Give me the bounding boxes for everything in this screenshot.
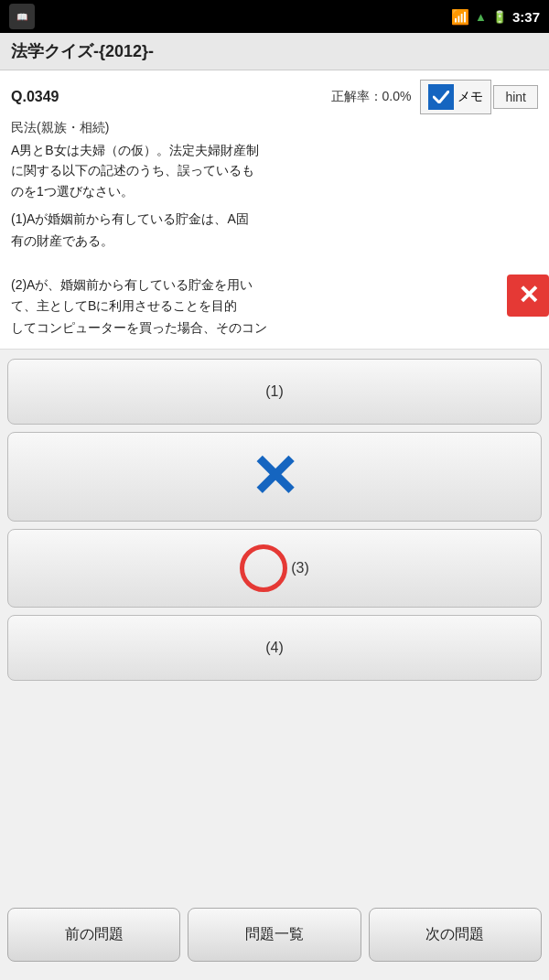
question-header: Q.0349 正解率：0.0% メモ hint [11,80,538,114]
answer-4-label: (4) [265,640,284,656]
battery-icon: 🔋 [492,10,507,24]
answer-btn-1[interactable]: (1) [7,359,542,425]
accuracy-rate: 正解率：0.0% [331,89,412,105]
close-icon: ✕ [518,283,539,308]
question-category: 民法(親族・相続) [11,120,538,136]
question-area: Q.0349 正解率：0.0% メモ hint 民法(親族・相続) A男とB女は… [0,70,549,350]
title-bar: 法学クイズ-{2012}- [0,33,549,70]
memo-label: メモ [458,89,483,105]
answer-btn-4[interactable]: (4) [7,615,542,681]
next-button[interactable]: 次の問題 [369,908,542,962]
question-choices: (1)Aが婚姻前から有している貯金は、A固 有の財産である。 (2)Aが、婚姻前… [11,209,538,339]
list-label: 問題一覧 [245,926,304,942]
answer-1-label: (1) [265,383,284,400]
close-button[interactable]: ✕ [507,275,549,317]
memo-button[interactable]: メモ [420,80,491,114]
answer-btn-2[interactable]: ✕ [7,432,542,522]
app-title: 法学クイズ-{2012}- [11,42,154,60]
list-button[interactable]: 問題一覧 [188,908,361,962]
answer-3-label: (3) [291,560,309,576]
wifi-icon: 📶 [451,8,469,26]
answers-area: (1) ✕ (3) (4) [0,350,549,690]
wrong-answer-icon: ✕ [250,447,299,506]
question-text-line1: A男とB女は夫婦（の仮）。法定夫婦財産制 [11,143,259,157]
choice-1: (1)Aが婚姻前から有している貯金は、A固 有の財産である。 [11,209,538,253]
hint-label: hint [505,90,526,104]
prev-label: 前の問題 [65,926,124,942]
status-bar-right: 📶 ▲ 🔋 3:37 [451,8,540,26]
question-text: A男とB女は夫婦（の仮）。法定夫婦財産制 に関する以下の記述のうち、誤っているも… [11,140,538,201]
app-logo: 📖 [9,4,35,29]
question-text-line2: に関する以下の記述のうち、誤っているも [11,163,254,178]
correct-answer-icon [240,544,287,592]
question-number: Q.0349 [11,89,331,105]
hint-button[interactable]: hint [493,85,538,109]
choice-2: (2)Aが、婚姻前から有している貯金を用い て、主としてBに利用させることを目的… [11,275,538,339]
status-bar: 📖 📶 ▲ 🔋 3:37 [0,0,549,33]
answer-btn-3[interactable]: (3) [7,529,542,608]
status-bar-left: 📖 [9,4,35,29]
status-time: 3:37 [512,9,540,25]
question-text-line3: のを1つ選びなさい。 [11,184,134,199]
memo-check-icon [428,84,454,110]
next-label: 次の問題 [425,926,484,942]
signal-icon: ▲ [475,10,487,24]
navigation-area: 前の問題 問題一覧 次の問題 [7,908,542,962]
prev-button[interactable]: 前の問題 [7,908,180,962]
